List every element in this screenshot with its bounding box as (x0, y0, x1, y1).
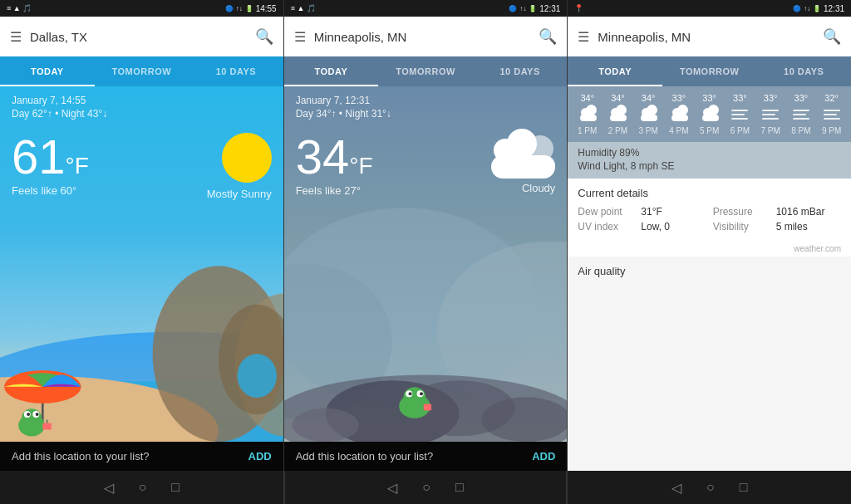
weather-content-1: January 7, 14:55 Day 62°↑ • Night 43°↓ 6… (0, 86, 283, 442)
search-bar-1: ☰ Dallas, TX 🔍 (0, 17, 283, 56)
temp-col-2: 34°F Feels like 27° (296, 133, 373, 197)
hour-label-4: 5 PM (700, 126, 719, 135)
hour-item-0: 34° 1 PM (573, 93, 602, 135)
humidity-row: Humidity 89% (578, 147, 841, 159)
hour-temp-8: 32° (824, 93, 839, 103)
hour-label-0: 1 PM (578, 126, 597, 135)
tabs-1: TODAY TOMORROW 10 DAYS (0, 56, 283, 86)
tab-today-2[interactable]: TODAY (284, 56, 379, 86)
hour-temp-2: 34° (642, 93, 656, 103)
back-nav-3[interactable]: ◁ (671, 480, 681, 496)
fog-icon-5 (731, 108, 748, 121)
condition-2: Cloudy (522, 182, 555, 194)
hour-label-7: 8 PM (791, 126, 810, 135)
svg-rect-16 (42, 423, 52, 430)
search-button-1[interactable]: 🔍 (255, 27, 273, 46)
tab-10days-2[interactable]: 10 DAYS (473, 56, 568, 86)
hour-temp-1: 34° (611, 93, 625, 103)
temp-icon-row-1: 61°F Feels like 60° Mostly Sunny (0, 133, 283, 200)
battery-icon-2: 🔋 (529, 5, 537, 12)
tab-tomorrow-1[interactable]: TOMORROW (95, 56, 189, 86)
menu-icon-2[interactable]: ☰ (294, 29, 306, 45)
hour-temp-3: 33° (672, 93, 686, 103)
add-button-1[interactable]: ADD (248, 450, 272, 462)
feels-like-1: Feels like 60° (12, 181, 89, 197)
details-section: Humidity 89% Wind Light, 8 mph SE (568, 142, 851, 179)
hour-temp-7: 33° (794, 93, 809, 103)
tab-10days-3[interactable]: 10 DAYS (756, 56, 851, 86)
hour-temp-6: 33° (764, 93, 778, 103)
tab-today-1[interactable]: TODAY (0, 56, 95, 86)
weather-range-2: Day 34°↑ • Night 31°↓ (296, 108, 556, 120)
status-bar: ≡ ▲ 🎵 🔵 ↑↓ 🔋 14:55 ≡ ▲ 🎵 🔵 ↑↓ 🔋 12:31 📍 … (0, 0, 851, 17)
status-time-1: 14:55 (256, 4, 277, 13)
home-nav-1[interactable]: ○ (139, 480, 147, 495)
hour-label-6: 7 PM (760, 126, 780, 135)
hour-label-8: 9 PM (822, 126, 841, 135)
weather-info-1: January 7, 14:55 Day 62°↑ • Night 43°↓ (0, 86, 283, 133)
back-nav-2[interactable]: ◁ (387, 480, 397, 496)
weather-content-2: January 7, 12:31 Day 34°↑ • Night 31°↓ 3… (284, 86, 568, 442)
pressure-label: Pressure (713, 206, 771, 218)
fog-icon-8 (824, 108, 840, 121)
signal-icon-2: ↑↓ (519, 5, 526, 12)
search-button-2[interactable]: 🔍 (539, 27, 557, 46)
hour-item-2: 34° 3 PM (634, 93, 663, 135)
hour-cloud-icon-3 (670, 108, 688, 121)
detail-pressure: Pressure 1016 mBar (713, 206, 841, 218)
svg-point-25 (481, 397, 567, 442)
uv-value: Low, 0 (641, 221, 670, 232)
humidity-label: Humidity 89% (578, 147, 639, 159)
detail-uv: UV index Low, 0 (578, 221, 706, 232)
hour-label-5: 6 PM (730, 126, 750, 135)
hourly-scroll: 34° 1 PM 34° (568, 86, 851, 142)
svg-point-7 (237, 354, 277, 398)
signal-icon: ↑↓ (236, 5, 243, 12)
svg-point-15 (36, 413, 39, 416)
status-icons-right-1: 🔵 ↑↓ 🔋 14:55 (225, 4, 277, 13)
status-icons-right-2: 🔵 ↑↓ 🔋 12:31 (509, 4, 560, 13)
back-nav-1[interactable]: ◁ (104, 480, 114, 496)
nav-panel-1: ◁ ○ □ (0, 471, 283, 504)
uv-label: UV index (578, 221, 636, 232)
status-left-1: ≡ ▲ 🎵 (7, 4, 32, 12)
city-label-1: Dallas, TX (30, 30, 247, 44)
screens-container: ☰ Dallas, TX 🔍 TODAY TOMORROW 10 DAYS Ja… (0, 17, 851, 504)
svg-point-27 (403, 387, 426, 407)
cloudy-illustration (284, 197, 568, 442)
detail-grid: Dew point 31°F Pressure 1016 mBar UV ind… (578, 206, 841, 232)
city-label-3: Minneapolis, MN (598, 30, 814, 44)
status-left-3: 📍 (574, 4, 583, 12)
nav-bar-3: ◁ ○ □ (568, 471, 851, 504)
svg-point-11 (22, 409, 42, 426)
signal-icon-3: ↑↓ (804, 5, 810, 12)
temperature-2: 34°F (296, 133, 373, 181)
menu-icon-3[interactable]: ☰ (578, 29, 589, 45)
dewpoint-label: Dew point (578, 206, 636, 218)
tab-tomorrow-2[interactable]: TOMORROW (378, 56, 473, 86)
recent-nav-1[interactable]: □ (171, 480, 180, 495)
recent-nav-3[interactable]: □ (740, 480, 748, 495)
air-quality-title: Air quality (578, 265, 841, 277)
pressure-value: 1016 mBar (776, 206, 825, 218)
search-button-3[interactable]: 🔍 (823, 27, 841, 46)
tab-10days-1[interactable]: 10 DAYS (189, 56, 283, 86)
bottom-bar-1: Add this location to your list? ADD (0, 442, 283, 471)
home-nav-3[interactable]: ○ (706, 480, 715, 495)
recent-nav-2[interactable]: □ (455, 480, 464, 495)
battery-icon-3: 🔋 (813, 5, 821, 12)
status-left-2: ≡ ▲ 🎵 (291, 4, 316, 12)
home-nav-2[interactable]: ○ (422, 480, 430, 495)
wind-label: Wind Light, 8 mph SE (578, 160, 674, 172)
nav-bar-2: ◁ ○ □ (284, 471, 568, 504)
status-panel-1: ≡ ▲ 🎵 🔵 ↑↓ 🔋 14:55 (0, 0, 283, 17)
hour-item-4: 33° 5 PM (695, 93, 724, 135)
bottom-bar-2: Add this location to your list? ADD (284, 442, 568, 471)
tab-tomorrow-3[interactable]: TOMORROW (662, 56, 757, 86)
hour-item-8: 32° 9 PM (817, 93, 846, 135)
beach-illustration (0, 200, 283, 442)
menu-icon-1[interactable]: ☰ (10, 29, 22, 45)
add-button-2[interactable]: ADD (532, 450, 555, 462)
hour-label-1: 2 PM (608, 126, 627, 135)
tab-today-3[interactable]: TODAY (568, 56, 662, 86)
